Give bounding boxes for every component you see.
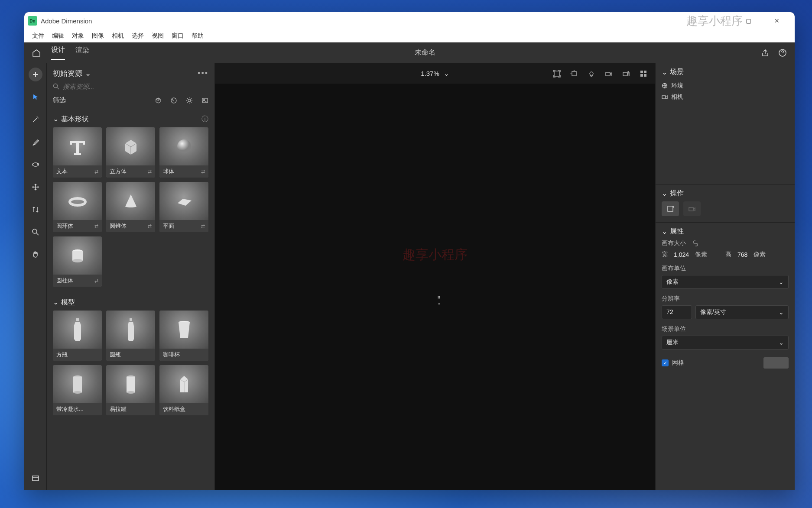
grid-label: 网格 — [672, 359, 684, 367]
svg-rect-30 — [640, 74, 643, 77]
menu-select[interactable]: 选择 — [132, 32, 144, 40]
options-icon[interactable]: ⇄ — [94, 223, 98, 229]
filter-lights-icon[interactable] — [186, 97, 193, 104]
asset-coffee-cup[interactable]: 咖啡杯 — [159, 311, 208, 361]
menu-camera[interactable]: 相机 — [112, 32, 124, 40]
viewport[interactable]: 趣享小程序 ⠿▫ — [215, 84, 655, 490]
add-tool[interactable] — [29, 68, 42, 81]
info-icon[interactable]: ⓘ — [201, 115, 208, 124]
svg-rect-24 — [554, 71, 559, 76]
asset-plane[interactable]: 平面⇄ — [159, 182, 208, 232]
svg-point-5 — [54, 84, 58, 88]
menu-view[interactable]: 视图 — [152, 32, 164, 40]
wand-tool[interactable] — [29, 113, 42, 126]
section-basic-shapes[interactable]: ⌄基本形状 ⓘ — [47, 110, 214, 127]
svg-rect-4 — [32, 476, 39, 481]
scene-environment[interactable]: 环境 — [662, 80, 789, 91]
canvas-size-label: 画布大小 — [662, 239, 686, 247]
menu-object[interactable]: 对象 — [72, 32, 84, 40]
asset-carton[interactable]: 饮料纸盒 — [159, 365, 208, 415]
scene-unit-select[interactable]: 厘米⌄ — [662, 336, 789, 349]
asset-can[interactable]: 易拉罐 — [106, 365, 155, 415]
zoom-tool[interactable] — [29, 225, 42, 239]
menu-window[interactable]: 窗口 — [172, 32, 184, 40]
home-icon[interactable] — [32, 49, 41, 57]
scene-panel-header[interactable]: ⌄场景 — [662, 68, 789, 77]
asset-cylinder[interactable]: 圆柱体⇄ — [53, 236, 102, 287]
select-tool[interactable] — [29, 90, 42, 104]
ops-panel-header[interactable]: ⌄操作 — [662, 189, 789, 198]
tab-design[interactable]: 设计 — [51, 45, 65, 60]
canvas-unit-label: 画布单位 — [662, 265, 789, 272]
resolution-value[interactable]: 72 — [662, 305, 692, 319]
svg-rect-26 — [606, 72, 610, 76]
asset-wet-can[interactable]: 带冷凝水... — [53, 365, 102, 415]
move-tool[interactable] — [29, 180, 42, 194]
chevron-down-icon: ⌄ — [444, 70, 449, 78]
right-panels: ⌄场景 环境 相机 ⌄操作 ⌄属性 — [655, 63, 795, 490]
svg-rect-35 — [689, 207, 693, 211]
menu-file[interactable]: 文件 — [32, 32, 44, 40]
options-icon[interactable]: ⇄ — [201, 169, 205, 175]
frame-selection-icon[interactable] — [570, 70, 578, 78]
svg-rect-27 — [623, 72, 627, 76]
section-models[interactable]: ⌄模型 — [47, 294, 214, 311]
filter-models-icon[interactable] — [155, 97, 162, 104]
assets-title[interactable]: 初始资源 ⌄ — [53, 68, 91, 78]
options-icon[interactable]: ⇄ — [94, 278, 98, 284]
svg-rect-22 — [127, 377, 135, 392]
options-icon[interactable]: ⇄ — [94, 169, 98, 175]
close-button[interactable]: ✕ — [768, 14, 786, 27]
menu-help[interactable]: 帮助 — [192, 32, 204, 40]
asset-cone[interactable]: 圆锥体⇄ — [106, 182, 155, 232]
sampler-tool[interactable] — [29, 135, 42, 149]
canvas-unit-select[interactable]: 像素⌄ — [662, 275, 789, 289]
bookmark-icon[interactable] — [588, 70, 595, 78]
watermark-text: 趣享小程序 — [686, 13, 743, 29]
asset-cube[interactable]: 立方体⇄ — [106, 127, 155, 178]
search-input[interactable] — [63, 83, 208, 90]
hand-tool[interactable] — [29, 248, 42, 262]
options-icon[interactable]: ⇄ — [148, 169, 152, 175]
menu-edit[interactable]: 编辑 — [52, 32, 64, 40]
canvas-watermark: 趣享小程序 — [403, 246, 468, 263]
presets-tool[interactable] — [29, 471, 42, 485]
camera-bookmark-icon[interactable] — [605, 70, 613, 78]
props-panel-header[interactable]: ⌄属性 — [662, 227, 789, 236]
scene-camera[interactable]: 相机 — [662, 91, 789, 103]
dolly-tool[interactable] — [29, 203, 42, 217]
help-icon[interactable] — [778, 49, 787, 57]
menu-image[interactable]: 图像 — [92, 32, 104, 40]
render-preview-icon[interactable] — [640, 70, 647, 78]
asset-torus[interactable]: 圆环体⇄ — [53, 182, 102, 232]
op-fit-button[interactable] — [662, 201, 679, 216]
grid-checkbox[interactable]: ✓ — [662, 359, 669, 366]
assets-menu-button[interactable]: ••• — [198, 69, 208, 78]
link-icon[interactable] — [692, 240, 699, 246]
grid-color-swatch[interactable] — [763, 357, 789, 369]
options-icon[interactable]: ⇄ — [148, 223, 152, 229]
asset-sphere[interactable]: 球体⇄ — [159, 127, 208, 178]
asset-square-bottle[interactable]: 方瓶 — [53, 311, 102, 361]
height-label: 高 — [725, 251, 731, 259]
height-value[interactable]: 768 — [737, 251, 747, 258]
asset-text[interactable]: 文本⇄ — [53, 127, 102, 178]
app-window: Dn Adobe Dimension 趣享小程序 ─ ▢ ✕ 文件 编辑 对象 … — [24, 12, 795, 490]
asset-round-bottle[interactable]: 圆瓶 — [106, 311, 155, 361]
resolution-unit-select[interactable]: 像素/英寸⌄ — [695, 305, 789, 319]
filter-images-icon[interactable] — [201, 97, 208, 104]
add-camera-icon[interactable] — [622, 70, 630, 78]
zoom-level[interactable]: 1.37% ⌄ — [421, 70, 449, 78]
width-value[interactable]: 1,024 — [674, 251, 689, 258]
tab-render[interactable]: 渲染 — [75, 46, 89, 59]
options-icon[interactable]: ⇄ — [201, 223, 205, 229]
canvas-toolbar: 1.37% ⌄ — [215, 63, 655, 84]
orbit-tool[interactable] — [29, 158, 42, 171]
share-icon[interactable] — [761, 49, 770, 57]
frame-all-icon[interactable] — [553, 70, 561, 78]
svg-rect-19 — [73, 377, 82, 392]
svg-rect-33 — [662, 96, 666, 99]
chevron-down-icon: ⌄ — [85, 69, 91, 78]
filter-materials-icon[interactable] — [170, 97, 177, 104]
app-icon: Dn — [28, 16, 37, 26]
